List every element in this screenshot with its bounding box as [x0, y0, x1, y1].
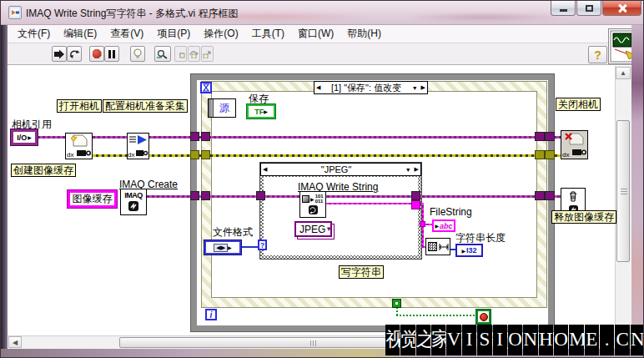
ring-value: JPEG [299, 224, 325, 235]
run-continuous-button[interactable] [67, 46, 82, 62]
pause-icon [108, 50, 115, 58]
ring-dropdown-icon: ▼ [325, 225, 332, 233]
highlight-execution-button[interactable] [130, 46, 145, 62]
event-next-arrow-icon[interactable]: ▶ [420, 84, 427, 91]
step-out-icon [203, 49, 212, 58]
filestring-label: FileString [430, 206, 472, 218]
scroll-up-button[interactable]: ▲ [616, 67, 631, 79]
vertical-scroll-thumb[interactable] [616, 120, 630, 262]
menu-edit[interactable]: 编辑(E) [57, 25, 103, 43]
abort-button[interactable] [89, 46, 104, 62]
trash-icon [567, 190, 579, 202]
file-format-label: 文件格式 [213, 225, 253, 240]
tunnel [545, 191, 555, 200]
string-length-indicator[interactable]: ▶I32 [455, 244, 483, 257]
wire-junction-dot [420, 221, 425, 227]
case-dropdown-icon[interactable]: ▼ [404, 167, 413, 173]
retain-wire-values-icon [157, 49, 169, 59]
close-button[interactable] [602, 1, 641, 16]
file-format-enum-control[interactable]: ◀▶ ▶ [204, 240, 241, 255]
menu-project[interactable]: 项目(P) [150, 25, 197, 43]
lightbulb-icon [133, 48, 143, 59]
step-into-button[interactable] [174, 46, 187, 62]
hourglass-icon [203, 83, 209, 92]
stop-tunnel [392, 299, 401, 308]
event-selector[interactable]: ◀ [1] "保存": 值改变 ▼ ▶ [314, 81, 428, 94]
event-dropdown-icon[interactable]: ▼ [410, 85, 420, 91]
toolbar [8, 43, 631, 65]
camera-session-wire [148, 136, 561, 139]
maximize-icon [586, 5, 593, 12]
svg-text:dx: dx [128, 151, 134, 159]
run-continuous-icon [69, 49, 80, 59]
step-over-button[interactable] [188, 46, 200, 62]
menu-operate[interactable]: 操作(O) [197, 25, 244, 43]
svg-text:dx: dx [562, 151, 569, 159]
event-source-item[interactable]: 源 [214, 99, 235, 117]
output-arrow-icon: ▶ [264, 108, 268, 114]
case-next-arrow-icon[interactable]: ▶ [413, 166, 420, 173]
error-wire [93, 154, 128, 157]
close-camera-icon: dx [561, 131, 587, 159]
maximize-button[interactable] [576, 1, 601, 16]
event-selector-label[interactable]: [1] "保存": 值改变 [322, 82, 410, 94]
filestring-indicator[interactable]: ▶abc [432, 219, 455, 232]
menu-window[interactable]: 窗口(W) [291, 25, 340, 43]
length-ruler-icon [439, 243, 449, 251]
io-label: I/O [17, 134, 27, 142]
iteration-terminal[interactable]: i [205, 309, 217, 320]
tunnel [545, 132, 555, 141]
imaqdx-open-camera-node[interactable]: dx [65, 133, 93, 159]
open-camera-label: 打开相机 [57, 99, 102, 113]
imaq-create-node[interactable]: IMAQ [120, 189, 147, 215]
title-bar: IMAQ Write String写字符串 - 多格式.vi 程序框图 [1, 1, 644, 25]
format-ring-constant[interactable]: JPEG ▼ [294, 221, 332, 237]
menu-help[interactable]: 帮助(H) [340, 25, 388, 43]
context-help-button[interactable]: ? [588, 46, 607, 63]
disk-icon [309, 205, 318, 214]
retain-wire-values-button[interactable] [154, 46, 171, 62]
case-selector-label[interactable]: "JPEG" [269, 164, 403, 174]
app-icon [8, 6, 22, 19]
camera-session-wire [38, 136, 66, 139]
imaqdx-configure-acquisition-node[interactable]: dx [127, 133, 149, 159]
watermark: 视觉 之家 VI SI ON HO ME .C N [385, 325, 644, 355]
step-out-button[interactable] [201, 46, 214, 62]
tunnel [201, 191, 210, 200]
case-selector-terminal[interactable]: ? [258, 240, 267, 250]
tunnel [535, 191, 545, 200]
tunnel [535, 150, 545, 159]
camera-ref-control[interactable]: I/O▶ [11, 129, 38, 145]
input-arrow-icon: ▶ [435, 223, 439, 229]
event-data-node[interactable]: 源 [208, 98, 236, 118]
menu-view[interactable]: 查看(V) [103, 25, 150, 43]
timeout-terminal[interactable] [200, 82, 212, 93]
event-prev-arrow-icon[interactable]: ◀ [314, 84, 322, 91]
open-camera-icon: dx [66, 134, 92, 159]
image-buffer-constant[interactable]: 图像缓存 [68, 190, 117, 208]
menu-bar: 文件(F) 编辑(E) 查看(V) 项目(P) 操作(O) 工具(T) 窗口(W… [8, 25, 631, 43]
string-length-node[interactable] [425, 238, 450, 255]
tunnel [411, 191, 420, 200]
minimize-icon [560, 9, 567, 12]
tunnel [545, 150, 555, 159]
tunnel [256, 191, 265, 200]
stop-sign-icon [480, 313, 488, 321]
window-title: IMAQ Write String写字符串 - 多格式.vi 程序框图 [26, 7, 238, 21]
save-boolean-terminal[interactable]: TF▶ [247, 104, 275, 118]
window-border-right [631, 25, 644, 349]
case-prev-arrow-icon[interactable]: ◀ [261, 166, 269, 173]
imaq-write-string-node[interactable]: ▶ 101011 [299, 191, 326, 218]
run-button[interactable] [52, 46, 67, 62]
menu-file[interactable]: 文件(F) [11, 25, 57, 43]
loop-condition-terminal[interactable] [476, 310, 491, 324]
imaqdx-close-camera-node[interactable]: dx [561, 130, 588, 159]
case-selector[interactable]: ◀ "JPEG" ▼ ▶ [260, 163, 421, 176]
minimize-button[interactable] [551, 1, 576, 16]
scroll-left-button[interactable]: ◀ [8, 336, 22, 348]
run-icon [53, 49, 65, 59]
imaq-text: IMAQ [121, 191, 146, 199]
string-glyph-icon [428, 242, 437, 251]
pause-button[interactable] [104, 46, 119, 62]
menu-tools[interactable]: 工具(T) [245, 25, 291, 43]
